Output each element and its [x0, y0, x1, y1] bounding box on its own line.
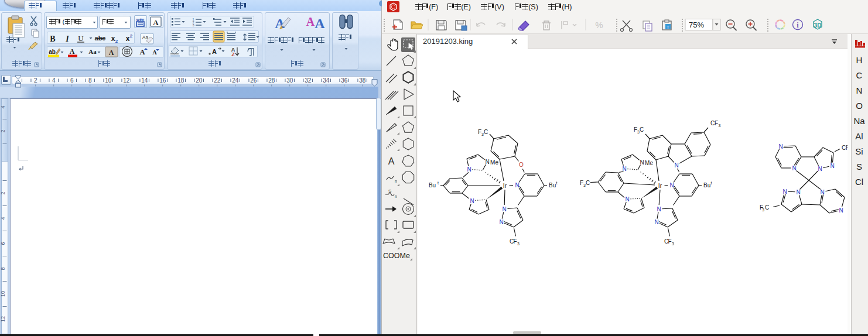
svg-text:N: N [622, 166, 626, 172]
svg-text:A: A [388, 156, 395, 166]
svg-text:12: 12 [123, 77, 130, 84]
svg-text:N: N [502, 206, 506, 212]
svg-text:N: N [515, 182, 519, 188]
svg-text:10: 10 [105, 77, 112, 84]
svg-text:F: F [668, 238, 671, 245]
svg-text:16: 16 [159, 77, 166, 84]
svg-text:Me: Me [490, 159, 498, 166]
svg-text:20: 20 [196, 77, 203, 84]
svg-text:Bu: Bu [703, 182, 710, 188]
svg-text:t: t [556, 181, 558, 185]
svg-text:26: 26 [250, 77, 257, 84]
svg-text:6: 6 [0, 242, 6, 245]
svg-text:n: n [395, 179, 397, 183]
svg-text:Ir: Ir [503, 182, 507, 189]
svg-text:COOMe: COOMe [383, 252, 410, 260]
svg-text:38: 38 [359, 77, 366, 84]
svg-text:3D: 3D [814, 22, 822, 29]
svg-text:6: 6 [70, 77, 74, 84]
svg-text:36: 36 [341, 77, 348, 84]
svg-text:8: 8 [0, 267, 6, 270]
svg-text:4: 4 [0, 105, 6, 108]
svg-text:N: N [640, 159, 644, 166]
svg-text:F: F [715, 120, 718, 126]
svg-text:C: C [484, 129, 488, 135]
svg-text:N: N [782, 188, 787, 195]
svg-text:N: N [830, 163, 834, 169]
svg-text:22: 22 [214, 77, 221, 84]
svg-text:N: N [669, 182, 674, 188]
svg-text:8: 8 [88, 77, 92, 84]
svg-text:N: N [657, 206, 661, 212]
svg-text:T: T [667, 25, 669, 30]
svg-text:34: 34 [323, 77, 330, 84]
svg-text:30: 30 [286, 77, 293, 84]
svg-text:n: n [395, 194, 397, 198]
svg-text:N: N [796, 189, 800, 196]
svg-text:4: 4 [0, 217, 6, 220]
svg-text:24: 24 [232, 77, 239, 84]
svg-text:3: 3 [517, 242, 520, 246]
svg-text:Ir: Ir [658, 182, 662, 189]
svg-text:32: 32 [305, 77, 312, 84]
svg-text:10: 10 [0, 291, 6, 297]
svg-text:4: 4 [52, 77, 56, 84]
svg-text:2: 2 [0, 129, 6, 132]
svg-text:F: F [513, 238, 517, 245]
svg-text:2: 2 [0, 191, 6, 194]
svg-text:t: t [438, 181, 439, 185]
svg-text:C: C [586, 180, 590, 186]
svg-text:N: N [470, 198, 474, 204]
svg-text:N: N [654, 219, 658, 225]
svg-text:14: 14 [141, 77, 148, 84]
svg-text:N: N [839, 207, 843, 214]
svg-text:N: N [792, 165, 796, 172]
svg-text:3: 3 [672, 242, 674, 246]
svg-text:%: % [595, 20, 603, 30]
svg-text:3: 3 [762, 208, 764, 212]
svg-text:N: N [820, 189, 824, 196]
svg-text:N: N [778, 143, 782, 150]
svg-text:i: i [797, 21, 799, 29]
svg-text:N: N [818, 166, 822, 172]
svg-text:3: 3 [719, 124, 721, 128]
svg-text:N: N [674, 162, 678, 169]
svg-text:O: O [519, 162, 524, 168]
svg-text:28: 28 [268, 77, 275, 84]
svg-text:Bu: Bu [549, 182, 556, 188]
svg-text:18: 18 [177, 77, 184, 84]
svg-text:N: N [485, 159, 489, 165]
svg-text:Me: Me [645, 160, 653, 166]
svg-text:75%: 75% [689, 20, 704, 29]
svg-text:2: 2 [34, 77, 37, 84]
svg-text:N: N [625, 196, 629, 203]
svg-text:N: N [467, 166, 471, 173]
svg-text:N: N [499, 219, 503, 225]
svg-text:12: 12 [0, 316, 6, 322]
svg-text:C: C [765, 204, 769, 211]
svg-text:Bu: Bu [429, 182, 436, 188]
svg-text:S: S [388, 188, 391, 194]
svg-text:C: C [640, 126, 644, 133]
svg-text:t: t [711, 181, 712, 185]
